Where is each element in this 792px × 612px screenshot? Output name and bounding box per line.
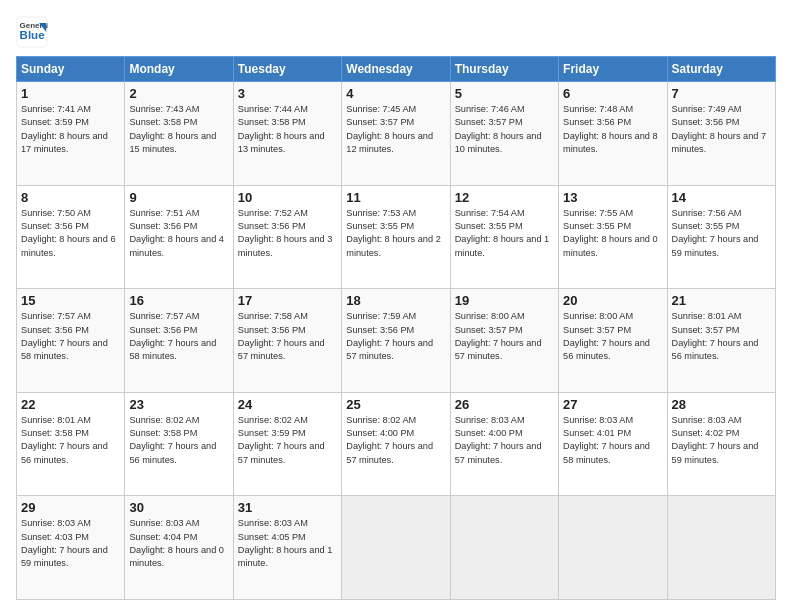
weekday-saturday: Saturday — [667, 57, 775, 82]
calendar-cell: 31Sunrise: 8:03 AMSunset: 4:05 PMDayligh… — [233, 496, 341, 600]
week-row-4: 22Sunrise: 8:01 AMSunset: 3:58 PMDayligh… — [17, 392, 776, 496]
calendar-cell: 24Sunrise: 8:02 AMSunset: 3:59 PMDayligh… — [233, 392, 341, 496]
day-info: Sunrise: 8:03 AMSunset: 4:04 PMDaylight:… — [129, 517, 228, 570]
day-info: Sunrise: 7:57 AMSunset: 3:56 PMDaylight:… — [129, 310, 228, 363]
calendar-cell: 2Sunrise: 7:43 AMSunset: 3:58 PMDaylight… — [125, 82, 233, 186]
calendar-cell: 8Sunrise: 7:50 AMSunset: 3:56 PMDaylight… — [17, 185, 125, 289]
day-info: Sunrise: 7:58 AMSunset: 3:56 PMDaylight:… — [238, 310, 337, 363]
calendar-table: SundayMondayTuesdayWednesdayThursdayFrid… — [16, 56, 776, 600]
day-number: 16 — [129, 293, 228, 308]
day-number: 30 — [129, 500, 228, 515]
day-info: Sunrise: 8:03 AMSunset: 4:01 PMDaylight:… — [563, 414, 662, 467]
day-info: Sunrise: 7:54 AMSunset: 3:55 PMDaylight:… — [455, 207, 554, 260]
calendar-cell: 23Sunrise: 8:02 AMSunset: 3:58 PMDayligh… — [125, 392, 233, 496]
week-row-5: 29Sunrise: 8:03 AMSunset: 4:03 PMDayligh… — [17, 496, 776, 600]
day-number: 19 — [455, 293, 554, 308]
day-number: 22 — [21, 397, 120, 412]
day-number: 5 — [455, 86, 554, 101]
day-info: Sunrise: 7:44 AMSunset: 3:58 PMDaylight:… — [238, 103, 337, 156]
day-info: Sunrise: 8:01 AMSunset: 3:57 PMDaylight:… — [672, 310, 771, 363]
calendar-cell: 19Sunrise: 8:00 AMSunset: 3:57 PMDayligh… — [450, 289, 558, 393]
calendar-cell: 10Sunrise: 7:52 AMSunset: 3:56 PMDayligh… — [233, 185, 341, 289]
svg-text:Blue: Blue — [20, 29, 46, 41]
weekday-sunday: Sunday — [17, 57, 125, 82]
day-number: 2 — [129, 86, 228, 101]
day-info: Sunrise: 7:53 AMSunset: 3:55 PMDaylight:… — [346, 207, 445, 260]
calendar-cell: 28Sunrise: 8:03 AMSunset: 4:02 PMDayligh… — [667, 392, 775, 496]
day-number: 12 — [455, 190, 554, 205]
day-number: 10 — [238, 190, 337, 205]
day-info: Sunrise: 7:50 AMSunset: 3:56 PMDaylight:… — [21, 207, 120, 260]
week-row-1: 1Sunrise: 7:41 AMSunset: 3:59 PMDaylight… — [17, 82, 776, 186]
day-info: Sunrise: 8:02 AMSunset: 4:00 PMDaylight:… — [346, 414, 445, 467]
calendar-cell: 17Sunrise: 7:58 AMSunset: 3:56 PMDayligh… — [233, 289, 341, 393]
calendar-cell: 11Sunrise: 7:53 AMSunset: 3:55 PMDayligh… — [342, 185, 450, 289]
calendar-cell — [342, 496, 450, 600]
calendar-cell: 3Sunrise: 7:44 AMSunset: 3:58 PMDaylight… — [233, 82, 341, 186]
calendar-cell — [559, 496, 667, 600]
calendar-cell: 26Sunrise: 8:03 AMSunset: 4:00 PMDayligh… — [450, 392, 558, 496]
day-info: Sunrise: 7:59 AMSunset: 3:56 PMDaylight:… — [346, 310, 445, 363]
calendar-cell: 14Sunrise: 7:56 AMSunset: 3:55 PMDayligh… — [667, 185, 775, 289]
day-info: Sunrise: 8:00 AMSunset: 3:57 PMDaylight:… — [455, 310, 554, 363]
day-number: 29 — [21, 500, 120, 515]
day-info: Sunrise: 7:51 AMSunset: 3:56 PMDaylight:… — [129, 207, 228, 260]
calendar-cell: 30Sunrise: 8:03 AMSunset: 4:04 PMDayligh… — [125, 496, 233, 600]
day-info: Sunrise: 7:55 AMSunset: 3:55 PMDaylight:… — [563, 207, 662, 260]
calendar-cell: 4Sunrise: 7:45 AMSunset: 3:57 PMDaylight… — [342, 82, 450, 186]
weekday-monday: Monday — [125, 57, 233, 82]
day-number: 1 — [21, 86, 120, 101]
calendar-cell: 7Sunrise: 7:49 AMSunset: 3:56 PMDaylight… — [667, 82, 775, 186]
day-info: Sunrise: 7:56 AMSunset: 3:55 PMDaylight:… — [672, 207, 771, 260]
calendar-cell: 12Sunrise: 7:54 AMSunset: 3:55 PMDayligh… — [450, 185, 558, 289]
day-info: Sunrise: 7:45 AMSunset: 3:57 PMDaylight:… — [346, 103, 445, 156]
calendar-cell: 18Sunrise: 7:59 AMSunset: 3:56 PMDayligh… — [342, 289, 450, 393]
calendar-cell: 15Sunrise: 7:57 AMSunset: 3:56 PMDayligh… — [17, 289, 125, 393]
day-number: 8 — [21, 190, 120, 205]
calendar-body: 1Sunrise: 7:41 AMSunset: 3:59 PMDaylight… — [17, 82, 776, 600]
day-info: Sunrise: 8:03 AMSunset: 4:00 PMDaylight:… — [455, 414, 554, 467]
day-number: 28 — [672, 397, 771, 412]
day-number: 4 — [346, 86, 445, 101]
day-info: Sunrise: 7:41 AMSunset: 3:59 PMDaylight:… — [21, 103, 120, 156]
logo: General Blue — [16, 16, 48, 48]
calendar-cell: 13Sunrise: 7:55 AMSunset: 3:55 PMDayligh… — [559, 185, 667, 289]
day-number: 23 — [129, 397, 228, 412]
day-number: 14 — [672, 190, 771, 205]
day-number: 24 — [238, 397, 337, 412]
calendar-cell: 6Sunrise: 7:48 AMSunset: 3:56 PMDaylight… — [559, 82, 667, 186]
calendar-cell: 22Sunrise: 8:01 AMSunset: 3:58 PMDayligh… — [17, 392, 125, 496]
day-number: 7 — [672, 86, 771, 101]
week-row-3: 15Sunrise: 7:57 AMSunset: 3:56 PMDayligh… — [17, 289, 776, 393]
calendar-cell: 25Sunrise: 8:02 AMSunset: 4:00 PMDayligh… — [342, 392, 450, 496]
calendar-cell: 20Sunrise: 8:00 AMSunset: 3:57 PMDayligh… — [559, 289, 667, 393]
day-number: 15 — [21, 293, 120, 308]
day-number: 25 — [346, 397, 445, 412]
weekday-tuesday: Tuesday — [233, 57, 341, 82]
weekday-wednesday: Wednesday — [342, 57, 450, 82]
day-info: Sunrise: 7:57 AMSunset: 3:56 PMDaylight:… — [21, 310, 120, 363]
logo-icon: General Blue — [16, 16, 48, 48]
day-number: 31 — [238, 500, 337, 515]
day-number: 18 — [346, 293, 445, 308]
week-row-2: 8Sunrise: 7:50 AMSunset: 3:56 PMDaylight… — [17, 185, 776, 289]
day-info: Sunrise: 8:03 AMSunset: 4:02 PMDaylight:… — [672, 414, 771, 467]
day-number: 17 — [238, 293, 337, 308]
day-info: Sunrise: 7:49 AMSunset: 3:56 PMDaylight:… — [672, 103, 771, 156]
day-info: Sunrise: 7:48 AMSunset: 3:56 PMDaylight:… — [563, 103, 662, 156]
day-info: Sunrise: 8:00 AMSunset: 3:57 PMDaylight:… — [563, 310, 662, 363]
day-number: 11 — [346, 190, 445, 205]
day-number: 13 — [563, 190, 662, 205]
calendar-cell: 5Sunrise: 7:46 AMSunset: 3:57 PMDaylight… — [450, 82, 558, 186]
calendar-cell: 27Sunrise: 8:03 AMSunset: 4:01 PMDayligh… — [559, 392, 667, 496]
day-number: 9 — [129, 190, 228, 205]
day-info: Sunrise: 7:46 AMSunset: 3:57 PMDaylight:… — [455, 103, 554, 156]
calendar-cell: 29Sunrise: 8:03 AMSunset: 4:03 PMDayligh… — [17, 496, 125, 600]
calendar-cell — [450, 496, 558, 600]
day-info: Sunrise: 8:02 AMSunset: 3:59 PMDaylight:… — [238, 414, 337, 467]
calendar-cell: 16Sunrise: 7:57 AMSunset: 3:56 PMDayligh… — [125, 289, 233, 393]
day-number: 3 — [238, 86, 337, 101]
day-info: Sunrise: 8:03 AMSunset: 4:05 PMDaylight:… — [238, 517, 337, 570]
calendar-cell: 1Sunrise: 7:41 AMSunset: 3:59 PMDaylight… — [17, 82, 125, 186]
weekday-header-row: SundayMondayTuesdayWednesdayThursdayFrid… — [17, 57, 776, 82]
